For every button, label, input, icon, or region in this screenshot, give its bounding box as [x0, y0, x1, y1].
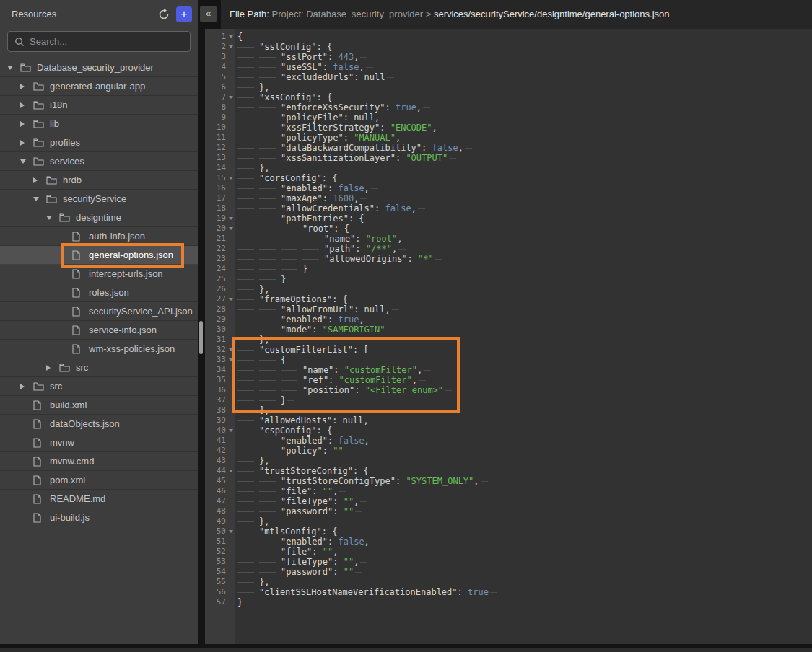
gutter-line-number: 25: [205, 274, 235, 284]
refresh-button[interactable]: [157, 8, 170, 21]
tree-item-label: services: [50, 156, 84, 167]
gutter-line-number: 3: [205, 52, 235, 62]
search-icon: [14, 37, 25, 47]
tree-row-intercept-urls.json[interactable]: intercept-urls.json: [0, 265, 198, 283]
fold-arrow-icon[interactable]: [229, 429, 233, 432]
tree-row-designtime[interactable]: designtime: [0, 208, 198, 227]
code-line: 22"path": "/**",: [205, 244, 812, 254]
code-editor[interactable]: 1{2"sslConfig": {3"sslPort": 443,4"useSS…: [205, 29, 812, 644]
tree-item-label: lib: [50, 118, 59, 129]
gutter-line-number: 4: [205, 62, 235, 72]
tree-row-lib[interactable]: lib: [0, 115, 198, 133]
fold-arrow-icon[interactable]: [229, 227, 233, 230]
filepath-project: Project: Database_security_provider: [272, 9, 426, 19]
add-resource-button[interactable]: +: [176, 6, 192, 22]
file-icon: [72, 344, 84, 354]
tree-item-label: src: [76, 362, 88, 373]
chevron-down-icon[interactable]: [20, 159, 26, 164]
search-input[interactable]: [25, 36, 190, 47]
tree-row-profiles[interactable]: profiles: [0, 133, 198, 152]
gutter-line-number: 19: [205, 213, 235, 224]
fold-arrow-icon[interactable]: [229, 298, 233, 301]
gutter-line-number: 30: [205, 325, 235, 335]
chevron-down-icon[interactable]: [7, 66, 13, 70]
tree-item-label: profiles: [50, 137, 80, 148]
collapse-panel-button[interactable]: «: [200, 6, 217, 22]
tree-row-build.xml[interactable]: build.xml: [0, 396, 198, 415]
tree-row-ui-build.js[interactable]: ui-build.js: [0, 508, 198, 527]
tree-item-label: intercept-urls.json: [89, 268, 163, 279]
gutter-line-number: 50: [205, 527, 235, 537]
gutter-line-number: 41: [205, 436, 235, 446]
chevron-down-icon[interactable]: [33, 197, 39, 201]
tree-row-i18n[interactable]: i18n: [0, 96, 198, 115]
chevron-right-icon[interactable]: [20, 102, 25, 108]
code-line: 33{: [205, 355, 812, 365]
gutter-line-number: 22: [205, 244, 235, 254]
gutter-line-number: 32: [205, 345, 235, 355]
gutter-line-number: 39: [205, 415, 235, 426]
tree-row-auth-info.json[interactable]: auth-info.json: [0, 227, 198, 246]
gutter-line-number: 56: [205, 587, 235, 597]
tree-row-roles.json[interactable]: roles.json: [0, 283, 198, 302]
code-line: 4"useSSL": false,: [205, 62, 812, 72]
gutter-line-number: 7: [205, 92, 235, 102]
chevron-right-icon[interactable]: [20, 121, 25, 127]
chevron-right-icon[interactable]: [20, 84, 25, 89]
fold-arrow-icon[interactable]: [229, 348, 233, 351]
code-line: 14},: [205, 163, 812, 173]
code-line: 13"xssSanitizationLayer": "OUTPUT": [205, 153, 812, 163]
gutter-line-number: 5: [205, 72, 235, 82]
chevron-right-icon[interactable]: [20, 384, 25, 389]
gutter-line-number: 33: [205, 355, 235, 365]
tree-row-mvnw.cmd[interactable]: mvnw.cmd: [0, 452, 198, 471]
filepath-separator: >: [426, 9, 434, 19]
filepath-label: File Path:: [230, 9, 272, 19]
tree-row-src[interactable]: src: [0, 358, 198, 377]
tree-row-src[interactable]: src: [0, 377, 198, 396]
folder-icon: [33, 101, 45, 110]
tree-row-readme.md[interactable]: README.md: [0, 490, 198, 508]
sidebar-scrollbar-thumb[interactable]: [199, 321, 203, 354]
folder-icon: [33, 138, 45, 147]
tree-row-dataobjects.json[interactable]: dataObjects.json: [0, 415, 198, 433]
chevron-right-icon[interactable]: [33, 177, 38, 183]
fold-arrow-icon[interactable]: [229, 530, 233, 533]
code-line: 15"corsConfig": {: [205, 173, 812, 183]
file-icon: [33, 475, 45, 485]
chevron-down-icon[interactable]: [46, 216, 52, 220]
tree-row-service-info.json[interactable]: service-info.json: [0, 321, 198, 340]
tree-row-securityservice-api.json[interactable]: securityService_API.json: [0, 302, 198, 321]
chevron-right-icon[interactable]: [20, 140, 25, 146]
code-line: 54"password": "": [205, 567, 812, 577]
code-line: 17"maxAge": 1600,: [205, 193, 812, 203]
tree-row-pom.xml[interactable]: pom.xml: [0, 471, 198, 490]
code-line: 45"trustStoreConfigType": "SYSTEM_ONLY",: [205, 476, 812, 486]
fold-arrow-icon[interactable]: [229, 358, 233, 361]
code-line: 52"file": "",: [205, 547, 812, 557]
code-line: 49},: [205, 516, 812, 527]
code-line: 37}: [205, 395, 812, 405]
tree-row-general-options.json[interactable]: general-options.json: [0, 246, 198, 265]
tree-row-wm-xss-policies.json[interactable]: wm-xss-policies.json: [0, 340, 198, 358]
tree-row-database-security-provider[interactable]: Database_security_provider: [0, 58, 198, 77]
tree-row-securityservice[interactable]: securityService: [0, 190, 198, 208]
tree-row-hrdb[interactable]: hrdb: [0, 171, 198, 190]
code-line: 38],: [205, 405, 812, 415]
fold-arrow-icon[interactable]: [229, 470, 233, 472]
gutter-line-number: 2: [205, 42, 235, 52]
code-line: 29"enabled": true,: [205, 314, 812, 325]
fold-arrow-icon[interactable]: [229, 35, 233, 38]
tree-row-mvnw[interactable]: mvnw: [0, 433, 198, 452]
tree-row-services[interactable]: services: [0, 152, 198, 171]
code-line: 23"allowedOrigins": "*": [205, 254, 812, 264]
file-icon: [33, 400, 45, 410]
tree-row-generated-angular-app[interactable]: generated-angular-app: [0, 77, 198, 96]
fold-arrow-icon[interactable]: [229, 45, 233, 48]
fold-arrow-icon[interactable]: [229, 217, 233, 220]
chevron-right-icon[interactable]: [46, 365, 51, 371]
gutter-line-number: 11: [205, 133, 235, 143]
fold-arrow-icon[interactable]: [229, 177, 233, 180]
gutter-line-number: 1: [205, 32, 235, 42]
fold-arrow-icon[interactable]: [229, 96, 233, 99]
